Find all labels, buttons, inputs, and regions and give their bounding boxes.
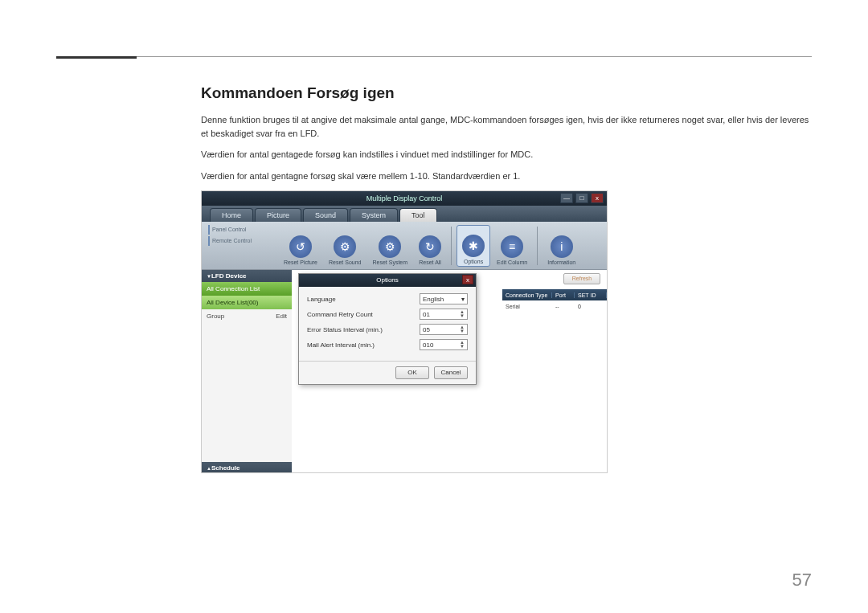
col-port: Port — [552, 292, 575, 298]
reset-sound-icon: ⚙ — [334, 235, 356, 258]
toolbar-side-labels: Panel Control Remote Control — [208, 225, 272, 247]
error-interval-spinner[interactable]: 05 ▲▼ — [420, 324, 468, 335]
sidebar-group-row: Group Edit — [202, 309, 292, 462]
option-label-mail-interval: Mail Alert Interval (min.) — [307, 341, 375, 349]
dialog-titlebar: Options x — [299, 274, 476, 287]
paragraph-1: Denne funktion bruges til at angive det … — [201, 113, 812, 140]
window-controls: — □ x — [560, 193, 604, 203]
tab-picture[interactable]: Picture — [255, 208, 301, 222]
reset-all-icon: ↻ — [419, 235, 441, 258]
app-screenshot: Multiple Display Control — □ x Home Pict… — [201, 190, 608, 473]
refresh-button[interactable]: Refresh — [563, 273, 600, 284]
tool-reset-all[interactable]: ↻ Reset All — [414, 225, 446, 267]
sidebar-header-lfd[interactable]: LFD Device — [202, 270, 292, 282]
paragraph-3: Værdien for antal gentagne forsøg skal v… — [201, 170, 812, 183]
option-label-language: Language — [307, 296, 336, 303]
retry-count-spinner[interactable]: 01 ▲▼ — [420, 309, 468, 320]
dialog-body: Language English ▾ Command Retry Count 0… — [299, 287, 476, 361]
tool-edit-column[interactable]: ≡ Edit Column — [492, 225, 532, 267]
option-label-error-interval: Error Status Interval (min.) — [307, 326, 383, 333]
page-number: 57 — [792, 570, 812, 591]
minimize-button[interactable]: — — [560, 193, 573, 203]
sidebar: LFD Device All Connection List All Devic… — [202, 270, 292, 473]
content-column: Kommandoen Forsøg igen Denne funktion br… — [201, 84, 812, 473]
panel-control-label: Panel Control — [208, 225, 272, 235]
spinner-arrows-icon: ▲▼ — [460, 341, 465, 349]
tool-reset-system[interactable]: ⚙ Reset System — [368, 225, 413, 267]
reset-picture-icon: ↺ — [289, 235, 312, 258]
sidebar-footer-schedule[interactable]: Schedule — [202, 462, 292, 473]
tab-tool[interactable]: Tool — [399, 208, 437, 222]
sidebar-all-device[interactable]: All Device List(00) — [202, 296, 292, 309]
reset-system-icon: ⚙ — [379, 235, 401, 258]
edit-link[interactable]: Edit — [276, 313, 287, 459]
spinner-arrows-icon: ▲▼ — [460, 325, 465, 333]
section-title: Kommandoen Forsøg igen — [201, 84, 812, 102]
tab-home[interactable]: Home — [210, 208, 253, 222]
option-label-retry: Command Retry Count — [307, 311, 373, 318]
app-titlebar: Multiple Display Control — □ x — [202, 191, 607, 206]
information-icon: i — [551, 235, 573, 258]
language-dropdown[interactable]: English ▾ — [420, 293, 468, 304]
paragraph-2: Værdien for antal gentagede forsøg kan i… — [201, 148, 812, 161]
tab-bar: Home Picture Sound System Tool — [202, 206, 607, 222]
app-title: Multiple Display Control — [366, 194, 443, 202]
options-icon: ✱ — [462, 235, 485, 257]
dialog-title: Options — [376, 276, 399, 284]
cancel-button[interactable]: Cancel — [434, 366, 468, 379]
option-row-error-interval: Error Status Interval (min.) 05 ▲▼ — [307, 324, 468, 335]
top-rule-accent — [56, 56, 137, 59]
tool-options[interactable]: ✱ Options — [457, 225, 490, 267]
dialog-buttons: OK Cancel — [299, 361, 476, 384]
tab-system[interactable]: System — [350, 208, 398, 222]
cell-set-id: 0 — [575, 304, 607, 309]
tool-reset-picture[interactable]: ↺ Reset Picture — [279, 225, 322, 267]
cell-connection-type: Serial — [502, 304, 552, 309]
toolbar-separator-1 — [451, 227, 452, 265]
maximize-button[interactable]: □ — [575, 193, 588, 203]
col-set-id: SET ID — [575, 292, 607, 298]
remote-control-label: Remote Control — [208, 236, 272, 246]
sidebar-all-connection[interactable]: All Connection List — [202, 282, 292, 296]
ok-button[interactable]: OK — [395, 366, 429, 379]
dialog-close-button[interactable]: x — [462, 275, 473, 284]
options-dialog: Options x Language English ▾ Command Ret… — [298, 273, 477, 385]
group-label: Group — [207, 313, 224, 459]
tool-reset-sound[interactable]: ⚙ Reset Sound — [324, 225, 366, 267]
device-table-header: Connection Type Port SET ID — [502, 289, 607, 300]
col-connection-type: Connection Type — [502, 292, 552, 298]
toolbar: Panel Control Remote Control ↺ Reset Pic… — [202, 222, 607, 270]
mail-interval-spinner[interactable]: 010 ▲▼ — [420, 339, 468, 350]
option-row-mail-interval: Mail Alert Interval (min.) 010 ▲▼ — [307, 339, 468, 350]
edit-column-icon: ≡ — [501, 235, 523, 258]
close-button[interactable]: x — [591, 193, 604, 203]
top-rule — [56, 56, 812, 57]
dropdown-arrow-icon: ▾ — [461, 296, 465, 303]
option-row-retry: Command Retry Count 01 ▲▼ — [307, 309, 468, 320]
tab-sound[interactable]: Sound — [303, 208, 348, 222]
tool-information[interactable]: i Information — [542, 225, 580, 267]
toolbar-separator-2 — [537, 227, 538, 265]
option-row-language: Language English ▾ — [307, 293, 468, 304]
spinner-arrows-icon: ▲▼ — [460, 310, 465, 318]
cell-port: -- — [552, 304, 575, 309]
device-table-row[interactable]: Serial -- 0 — [502, 300, 607, 312]
